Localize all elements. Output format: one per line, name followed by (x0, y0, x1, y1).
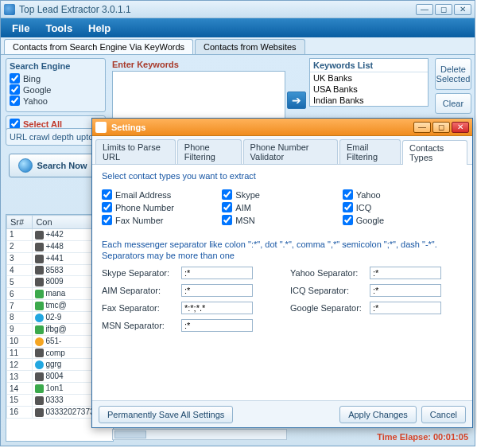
phone-icon (35, 255, 44, 263)
settings-title: Settings (111, 123, 413, 132)
icq-separator-input[interactable] (370, 284, 441, 297)
keywords-textarea[interactable] (112, 71, 285, 119)
mail-icon (35, 302, 44, 310)
engine-google[interactable]: Google (10, 84, 102, 95)
time-elapse: Time Elapse: 00:01:05 (377, 432, 468, 442)
tab-phone-filtering[interactable]: Phone Filtering (177, 139, 242, 164)
phone-icon (35, 243, 44, 251)
list-item[interactable]: UK Banks (310, 72, 428, 84)
tab-phone-validator[interactable]: Phone Number Validator (243, 139, 338, 164)
type-email[interactable]: Email Address (102, 189, 222, 200)
main-tabstrip: Contacts from Search Engine Via KeyWords… (1, 37, 475, 55)
settings-body: Select contact types you want to extract… (92, 165, 472, 400)
skype-icon (35, 360, 44, 369)
yahoo-separator-input[interactable] (370, 267, 441, 279)
enter-keywords-label: Enter Keywords (112, 60, 179, 69)
tab-email-filtering[interactable]: Email Filtering (339, 139, 401, 164)
settings-maximize-button[interactable]: ◻ (432, 122, 450, 133)
menu-file[interactable]: File (4, 22, 37, 34)
separator-hint: Each messenger separator like colon ":*"… (102, 239, 463, 262)
menu-help[interactable]: Help (80, 22, 118, 34)
skype-icon (35, 314, 44, 322)
close-button[interactable]: ✕ (454, 4, 471, 15)
settings-footer: Permanently Save All Settings Apply Chan… (92, 400, 472, 427)
add-keyword-button[interactable]: ➔ (287, 92, 306, 109)
menu-tools[interactable]: Tools (37, 22, 80, 34)
phone-icon (35, 266, 44, 275)
scrollbar-thumb[interactable] (114, 430, 146, 438)
app-icon (4, 4, 15, 15)
apply-changes-button[interactable]: Apply Changes (339, 406, 417, 423)
save-settings-button[interactable]: Permanently Save All Settings (99, 406, 233, 423)
clear-button[interactable]: Clear (435, 93, 471, 114)
settings-instruction: Select contact types you want to extract (102, 171, 463, 181)
phone-icon (35, 372, 44, 381)
type-aim[interactable]: AIM (222, 202, 342, 212)
settings-titlebar[interactable]: Settings — ◻ ✕ (92, 119, 472, 136)
engine-bing-checkbox[interactable] (10, 73, 20, 84)
type-phone[interactable]: Phone Number (102, 202, 222, 212)
type-fax[interactable]: Fax Number (102, 215, 222, 225)
settings-dialog: Settings — ◻ ✕ Limits to Parse URL Phone… (91, 118, 473, 428)
settings-minimize-button[interactable]: — (413, 122, 431, 133)
aim-separator-input[interactable] (181, 284, 253, 297)
mail-icon (35, 290, 44, 298)
minimize-button[interactable]: — (416, 4, 433, 15)
col-sr[interactable]: Sr# (7, 216, 33, 229)
type-google[interactable]: Google (343, 215, 463, 225)
tab-limits[interactable]: Limits to Parse URL (95, 139, 176, 164)
fax-separator-input[interactable] (181, 302, 253, 314)
type-yahoo[interactable]: Yahoo (343, 189, 463, 200)
settings-tabs: Limits to Parse URL Phone Filtering Phon… (92, 136, 472, 165)
phone-icon (35, 231, 44, 240)
menubar: File Tools Help (1, 18, 475, 37)
tab-keywords[interactable]: Contacts from Search Engine Via KeyWords (4, 39, 193, 54)
settings-close-button[interactable]: ✕ (452, 122, 469, 133)
app-title: Top Lead Extractor 3.0.1.1 (19, 4, 416, 15)
h-scrollbar[interactable] (112, 429, 287, 440)
type-icq[interactable]: ICQ (343, 202, 463, 212)
delete-selected-button[interactable]: Delete Selected (435, 58, 471, 90)
globe-icon (18, 158, 33, 173)
engine-yahoo[interactable]: Yahoo (10, 95, 102, 106)
main-titlebar: Top Lead Extractor 3.0.1.1 — ◻ ✕ (1, 1, 475, 18)
skype-separator-input[interactable] (181, 267, 253, 279)
tab-contacts-types[interactable]: Contacts Types (402, 140, 467, 165)
search-engine-group: Search Engine Bing Google Yahoo (6, 58, 106, 112)
maximize-button[interactable]: ◻ (435, 4, 452, 15)
cancel-button[interactable]: Cancel (421, 406, 466, 423)
list-item[interactable]: Indian Banks (310, 95, 428, 106)
settings-icon (95, 122, 107, 133)
phone-icon (35, 396, 44, 405)
engine-bing[interactable]: Bing (10, 73, 102, 84)
mail-icon (35, 384, 44, 393)
search-now-button[interactable]: Search Now (9, 154, 96, 177)
phone-icon (35, 408, 44, 417)
google-separator-input[interactable] (370, 302, 441, 314)
engine-google-checkbox[interactable] (10, 84, 20, 95)
type-msn[interactable]: MSN (222, 215, 342, 225)
keywords-list[interactable]: Keywords List UK Banks USA Banks Indian … (309, 58, 429, 107)
phone-icon (35, 349, 44, 357)
chat-icon (35, 337, 44, 346)
list-item[interactable]: USA Banks (310, 84, 428, 95)
mail-icon (35, 325, 44, 334)
tab-websites[interactable]: Contacts from Websites (195, 39, 305, 54)
type-skype[interactable]: Skype (222, 189, 342, 200)
search-engine-title: Search Engine (10, 61, 102, 71)
engine-yahoo-checkbox[interactable] (10, 95, 20, 106)
msn-separator-input[interactable] (181, 319, 253, 332)
phone-icon (35, 278, 44, 286)
